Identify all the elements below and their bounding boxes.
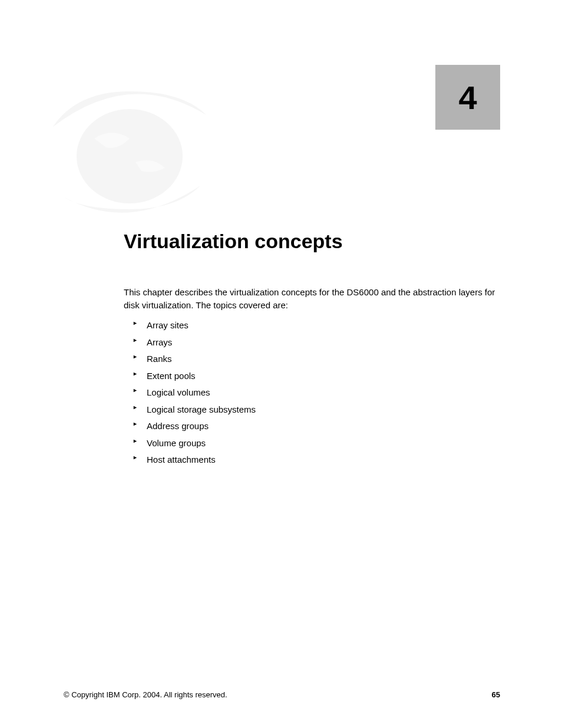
background-watermark	[29, 56, 230, 233]
topic-list: Array sites Arrays Ranks Extent pools Lo…	[133, 317, 256, 469]
svg-point-0	[77, 109, 183, 203]
list-item: Extent pools	[133, 368, 256, 385]
list-item: Host attachments	[133, 452, 256, 469]
page-number: 65	[492, 690, 500, 699]
chapter-title: Virtualization concepts	[124, 230, 343, 253]
list-item: Arrays	[133, 334, 256, 351]
intro-paragraph: This chapter describes the virtualizatio…	[124, 286, 500, 312]
list-item: Logical storage subsystems	[133, 401, 256, 419]
list-item: Ranks	[133, 351, 256, 368]
globe-swoosh-icon	[29, 56, 230, 233]
list-item: Volume groups	[133, 435, 256, 452]
page-footer: © Copyright IBM Corp. 2004. All rights r…	[64, 690, 500, 699]
list-item: Logical volumes	[133, 384, 256, 401]
chapter-number-box: 4	[435, 65, 500, 130]
list-item: Address groups	[133, 418, 256, 435]
copyright-text: © Copyright IBM Corp. 2004. All rights r…	[64, 690, 227, 699]
list-item: Array sites	[133, 317, 256, 334]
chapter-number: 4	[458, 78, 477, 117]
